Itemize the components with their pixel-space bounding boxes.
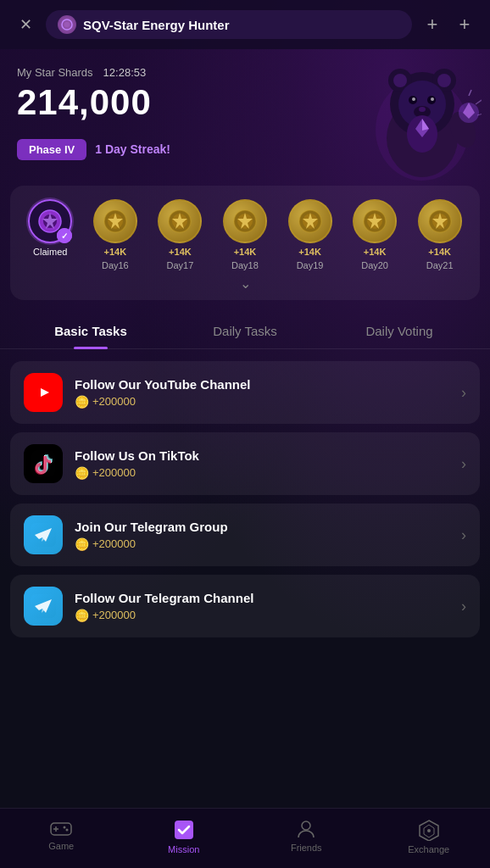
reward-coin-icon-2: 🪙 — [75, 466, 89, 480]
task-youtube-title: Follow Our YouTube Channel — [75, 377, 449, 392]
task-tabs: Basic Tasks Daily Tasks Daily Voting — [0, 314, 490, 349]
svg-point-1 — [64, 22, 70, 27]
svg-point-56 — [64, 826, 66, 829]
svg-point-13 — [431, 97, 434, 101]
mission-icon — [173, 819, 195, 841]
task-telegram-group-title: Join Our Telegram Group — [75, 520, 449, 534]
task-youtube-arrow: › — [461, 384, 466, 402]
day-reward-21: +14K — [428, 247, 451, 257]
svg-point-7 — [393, 74, 407, 87]
task-tiktok[interactable]: Follow Us On TikTok 🪙 +200000 › — [10, 432, 480, 495]
top-bar: ✕ SQV-Star Energy Hunter + + — [0, 0, 490, 49]
header-section: My Star Shards 12:28:53 214,000 Phase IV… — [0, 49, 490, 186]
svg-point-15 — [419, 107, 426, 112]
nav-friends-label: Friends — [291, 843, 322, 853]
task-telegram-group-text: Join Our Telegram Group 🪙 +200000 — [75, 520, 449, 551]
task-tiktok-title: Follow Us On TikTok — [75, 448, 449, 463]
svg-point-62 — [427, 829, 431, 832]
exchange-icon — [418, 819, 440, 841]
day-label-19: Day19 — [297, 260, 324, 270]
day-coin-19 — [288, 199, 332, 243]
task-telegram-channel-title: Follow Our Telegram Channel — [75, 591, 449, 605]
day-coin-claimed: ✓ — [28, 199, 72, 243]
svg-point-59 — [302, 821, 310, 830]
tab-daily-voting[interactable]: Daily Voting — [322, 314, 476, 348]
task-telegram-group[interactable]: Join Our Telegram Group 🪙 +200000 › — [10, 504, 480, 566]
calendar-day-18: +14K Day18 — [220, 199, 270, 270]
task-telegram-group-arrow: › — [461, 526, 466, 544]
streak-text: 1 Day Streak! — [95, 142, 170, 156]
reward-coin-icon-3: 🪙 — [75, 537, 89, 551]
add-button[interactable]: + — [453, 13, 476, 36]
svg-point-8 — [437, 74, 451, 87]
svg-rect-58 — [175, 821, 193, 839]
calendar-day-17: +14K Day17 — [154, 199, 205, 270]
nav-game[interactable]: Game — [0, 815, 123, 858]
day-label-21: Day21 — [426, 260, 454, 270]
calendar-days-row: ✓ Claimed +14K Day16 — [19, 199, 471, 270]
day-label-18: Day18 — [231, 260, 259, 270]
day-reward-16: +14K — [104, 247, 127, 257]
task-telegram-channel-reward: 🪙 +200000 — [75, 609, 449, 622]
browser-tab[interactable]: SQV-Star Energy Hunter — [46, 10, 412, 39]
calendar-day-16: +14K Day16 — [90, 199, 141, 270]
telegram-group-icon — [24, 515, 63, 554]
task-telegram-channel-arrow: › — [461, 598, 466, 615]
day-reward-19: +14K — [298, 247, 321, 257]
timer: 12:28:53 — [103, 66, 147, 79]
day-label-20: Day20 — [361, 260, 388, 270]
nav-game-label: Game — [48, 841, 74, 851]
nav-friends[interactable]: Friends — [245, 815, 368, 858]
bear-character — [337, 49, 482, 186]
day-label-17: Day17 — [167, 260, 194, 270]
calendar-day-claimed: ✓ Claimed — [25, 199, 75, 257]
task-tiktok-reward: 🪙 +200000 — [75, 466, 449, 480]
task-tiktok-text: Follow Us On TikTok 🪙 +200000 — [75, 448, 449, 480]
calendar-day-21: +14K Day21 — [415, 199, 465, 270]
calendar-day-19: +14K Day19 — [285, 199, 336, 270]
day-reward-17: +14K — [169, 247, 192, 257]
expand-chevron[interactable]: ⌄ — [19, 275, 471, 292]
tab-basic-tasks[interactable]: Basic Tasks — [14, 314, 168, 348]
bottom-navigation: Game Mission Friends Exchange — [0, 808, 490, 868]
task-telegram-channel-text: Follow Our Telegram Channel 🪙 +200000 — [75, 591, 449, 622]
star-shards-label: My Star Shards — [17, 66, 93, 79]
reward-coin-icon: 🪙 — [75, 395, 89, 409]
friends-icon — [295, 819, 317, 839]
task-youtube[interactable]: Follow Our YouTube Channel 🪙 +200000 › — [10, 361, 480, 424]
day-label-claimed: Claimed — [33, 247, 67, 257]
tab-daily-tasks[interactable]: Daily Tasks — [168, 314, 322, 348]
svg-point-12 — [412, 97, 415, 101]
day-reward-18: +14K — [234, 247, 257, 257]
day-reward-20: +14K — [364, 247, 387, 257]
day-coin-16 — [93, 199, 137, 243]
task-youtube-text: Follow Our YouTube Channel 🪙 +200000 — [75, 377, 449, 409]
svg-line-23 — [476, 100, 482, 104]
streak-calendar: ✓ Claimed +14K Day16 — [10, 186, 480, 300]
task-telegram-channel[interactable]: Follow Our Telegram Channel 🪙 +200000 › — [10, 575, 480, 637]
day-coin-17 — [158, 199, 202, 243]
reward-coin-icon-4: 🪙 — [75, 609, 89, 622]
tiktok-icon — [24, 444, 63, 483]
nav-exchange[interactable]: Exchange — [368, 815, 491, 858]
telegram-channel-icon — [24, 587, 63, 626]
task-youtube-reward: 🪙 +200000 — [75, 395, 449, 409]
day-coin-20 — [353, 199, 397, 243]
phase-badge: Phase IV — [17, 139, 86, 160]
calendar-day-20: +14K Day20 — [349, 199, 400, 270]
tab-title: SQV-Star Energy Hunter — [83, 18, 230, 32]
nav-mission[interactable]: Mission — [123, 815, 246, 858]
nav-exchange-label: Exchange — [408, 844, 449, 854]
day-coin-18 — [223, 199, 267, 243]
youtube-icon — [24, 373, 63, 412]
new-tab-button[interactable]: + — [420, 13, 444, 36]
game-icon — [50, 819, 72, 837]
app-icon — [58, 15, 76, 34]
close-button[interactable]: ✕ — [14, 13, 37, 36]
svg-point-57 — [66, 829, 69, 832]
nav-mission-label: Mission — [168, 844, 199, 854]
task-telegram-group-reward: 🪙 +200000 — [75, 537, 449, 551]
svg-line-22 — [469, 90, 471, 96]
day-label-16: Day16 — [102, 260, 129, 270]
task-tiktok-arrow: › — [461, 455, 466, 473]
